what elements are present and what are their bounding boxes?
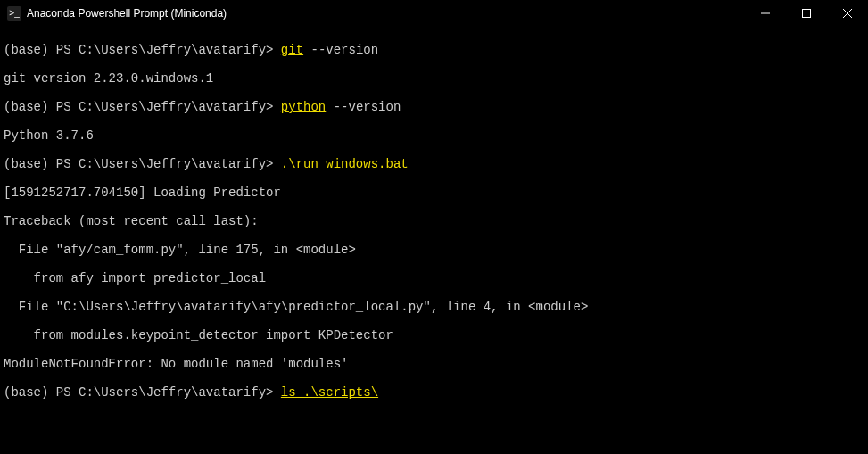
terminal-body[interactable]: (base) PS C:\Users\Jeffry\avatarify> git… xyxy=(0,27,868,454)
window-controls xyxy=(745,0,868,27)
prompt: (base) PS C:\Users\Jeffry\avatarify> xyxy=(4,43,273,57)
traceback-line: File "C:\Users\Jeffry\avatarify\afy\pred… xyxy=(4,300,864,314)
titlebar: >_ Anaconda Powershell Prompt (Miniconda… xyxy=(0,0,868,27)
command-ls: ls .\scripts\ xyxy=(281,385,378,400)
command-python: python xyxy=(281,100,326,114)
app-icon: >_ xyxy=(7,6,21,21)
blank xyxy=(4,414,864,428)
maximize-button[interactable] xyxy=(786,0,827,27)
traceback-line: File "afy/cam_fomm.py", line 175, in <mo… xyxy=(4,243,864,257)
python-version-output: Python 3.7.6 xyxy=(4,128,864,143)
arg-git: --version xyxy=(310,43,378,57)
svg-rect-1 xyxy=(803,10,811,18)
prompt-line-2: (base) PS C:\Users\Jeffry\avatarify> pyt… xyxy=(4,100,864,114)
traceback-line: from modules.keypoint_detector import KP… xyxy=(4,328,864,343)
prompt-line-3: (base) PS C:\Users\Jeffry\avatarify> .\r… xyxy=(4,157,864,171)
command-run: .\run_windows.bat xyxy=(281,157,409,171)
prompt-line-1: (base) PS C:\Users\Jeffry\avatarify> git… xyxy=(4,43,864,57)
traceback-line: Traceback (most recent call last): xyxy=(4,214,864,228)
traceback-line: [1591252717.704150] Loading Predictor xyxy=(4,186,864,200)
close-button[interactable] xyxy=(827,0,868,27)
traceback-line: ModuleNotFoundError: No module named 'mo… xyxy=(4,357,864,371)
minimize-button[interactable] xyxy=(745,0,786,27)
git-version-output: git version 2.23.0.windows.1 xyxy=(4,71,864,86)
prompt: (base) PS C:\Users\Jeffry\avatarify> xyxy=(4,157,273,171)
window-title: Anaconda Powershell Prompt (Miniconda) xyxy=(27,6,227,21)
prompt: (base) PS C:\Users\Jeffry\avatarify> xyxy=(4,100,273,114)
prompt-line-4: (base) PS C:\Users\Jeffry\avatarify> ls … xyxy=(4,385,864,400)
traceback-line: from afy import predictor_local xyxy=(4,271,864,285)
prompt: (base) PS C:\Users\Jeffry\avatarify> xyxy=(4,385,273,400)
command-git: git xyxy=(281,43,303,57)
blank xyxy=(4,442,864,454)
arg-python: --version xyxy=(334,100,401,114)
